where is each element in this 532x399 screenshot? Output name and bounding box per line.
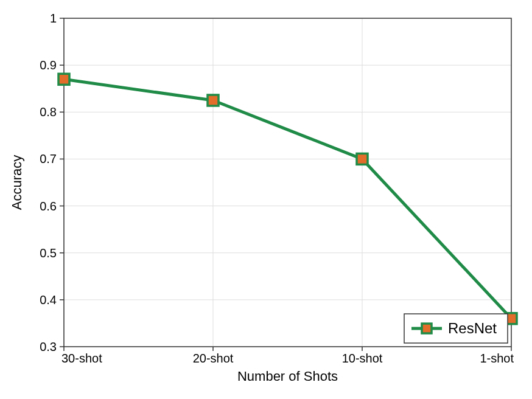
y-tick-label: 0.9 — [40, 58, 57, 72]
y-tick-label: 1 — [50, 12, 57, 25]
y-tick-label: 0.6 — [40, 200, 57, 213]
legend-marker — [422, 324, 432, 333]
y-tick-label: 0.7 — [40, 152, 57, 165]
x-tick-label: 1-shot — [480, 352, 514, 365]
x-axis-label: Number of Shots — [237, 369, 338, 384]
y-tick-label: 0.5 — [40, 246, 57, 260]
data-marker — [357, 153, 368, 164]
legend-label: ResNet — [448, 320, 497, 336]
y-tick-label: 0.4 — [40, 293, 57, 307]
data-marker — [208, 95, 219, 106]
x-tick-label: 30-shot — [61, 352, 102, 365]
y-axis-label: Accuracy — [9, 155, 24, 210]
line-chart: 0.30.40.50.60.70.80.9130-shot20-shot10-s… — [0, 0, 532, 399]
x-tick-label: 20-shot — [193, 352, 234, 365]
y-tick-label: 0.8 — [40, 105, 57, 119]
plot-area — [64, 18, 511, 347]
x-tick-label: 10-shot — [342, 352, 383, 365]
y-tick-label: 0.3 — [40, 340, 57, 353]
data-marker — [58, 74, 69, 85]
chart-container: 0.30.40.50.60.70.80.9130-shot20-shot10-s… — [0, 0, 532, 399]
